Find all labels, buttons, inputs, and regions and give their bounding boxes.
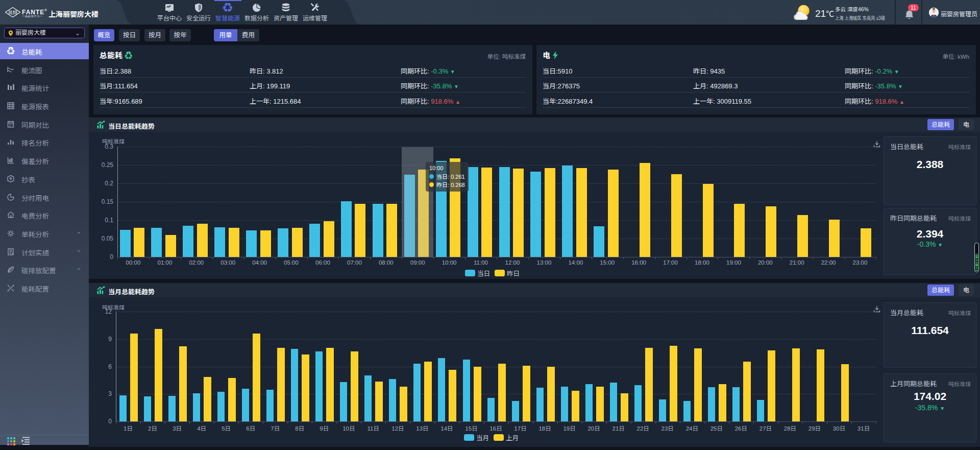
svg-text:♻: ♻ [223,3,232,13]
svg-text:♻: ♻ [7,47,14,55]
svg-text:风特: 风特 [8,9,17,16]
